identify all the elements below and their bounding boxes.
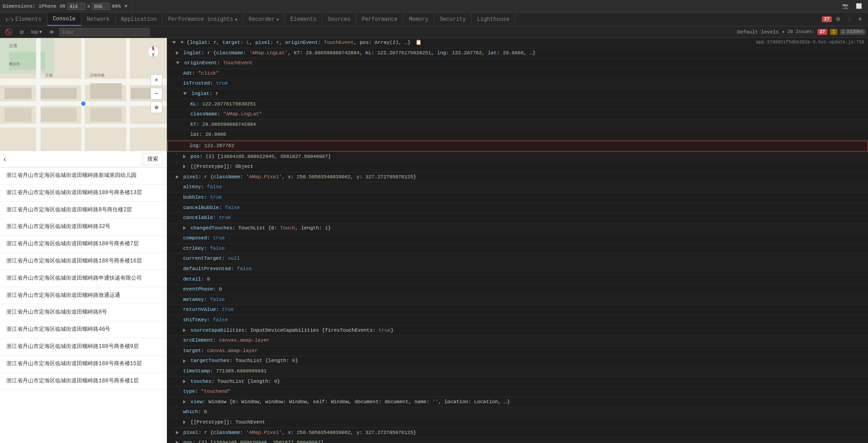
location-list: 浙江省丹山市定海区临城街道田螺峙路新城第四幼儿园 浙江省丹山市定海区临城街道田螺… — [0, 167, 167, 443]
location-item-4[interactable]: 浙江省丹山市定海区临城街道田螺峙路188号商务楼7层 — [0, 236, 167, 253]
main-content: 交通 奥尔市 正味市场 正城 N + − ⊕ ‹ 搜索 浙江省丹山市 — [0, 38, 868, 443]
top-right-tools: 27 ⚙ ⋮ ✕ — [822, 13, 868, 26]
issues-label: 28 Issues: — [788, 29, 815, 34]
console-line-34: touches: TouchList {length: 0} — [167, 377, 868, 387]
location-item-1[interactable]: 浙江省丹山市定海区临城街道田螺峙路188号商务楼13层 — [0, 185, 167, 202]
console-line-36-content: view: Window {0: Window, window: Window,… — [183, 398, 864, 406]
expand-icon-38[interactable] — [183, 420, 186, 424]
filter-toggle-btn[interactable]: ⊘ — [17, 28, 26, 36]
console-line-2: lnglat: r {className: 'AMap.LngLat', kT:… — [167, 48, 868, 59]
line-source-1[interactable]: app.37d0851f50bb302e-5.hot-update.js:759 — [756, 39, 864, 46]
more-btn[interactable]: ⋮ — [844, 15, 854, 23]
svg-rect-6 — [36, 38, 41, 151]
map-svg: 交通 奥尔市 正味市场 正城 N — [0, 38, 167, 151]
expand-icon-19[interactable] — [183, 226, 186, 230]
console-line-12: pos: (2) [13604105.809922945, 3501827.50… — [167, 152, 868, 162]
tab-performance-insights-label: Performance insights — [168, 16, 233, 23]
console-line-40-content: pos: (2) [13604105.809929948, 3501827.50… — [176, 439, 864, 443]
tab-network[interactable]: Network — [81, 13, 115, 26]
location-item-11[interactable]: 浙江省丹山市定海区临城街道田螺峙路188号商务楼15层 — [0, 356, 167, 373]
tab-console[interactable]: Console — [47, 13, 81, 26]
expand-icon-36[interactable] — [183, 400, 186, 404]
tab-performance-insights[interactable]: Performance insights ▲ — [163, 13, 243, 26]
svg-rect-10 — [41, 88, 77, 99]
expand-icon-29[interactable] — [183, 329, 186, 332]
svg-rect-7 — [81, 38, 85, 151]
location-item-2[interactable]: 浙江省丹山市定海区临城街道田螺峙路8号商住楼2层 — [0, 202, 167, 219]
search-button[interactable]: 搜索 — [142, 153, 163, 165]
expand-icon-40[interactable] — [176, 441, 179, 443]
console-line-22-content: currentTarget: null — [183, 255, 864, 263]
tab-application[interactable]: Application — [116, 13, 163, 26]
search-back-btn[interactable]: ‹ — [4, 155, 6, 163]
recorder-badge: ▲ — [277, 17, 279, 22]
location-item-6[interactable]: 浙江省丹山市定海区临城街道田螺峙路申通快递有限公司 — [0, 270, 167, 287]
location-item-10[interactable]: 浙江省丹山市定海区临城街道田螺峙路188号商务楼9层 — [0, 338, 167, 356]
tab-memory[interactable]: Memory — [403, 13, 434, 26]
console-line-15: altKey: false — [167, 182, 868, 193]
console-secondary-toolbar: 🚫 ⊘ top ▾ 👁 Default levels ▾ 28 Issues: … — [0, 26, 868, 38]
expand-icon-13[interactable] — [183, 165, 186, 168]
console-filter-input[interactable] — [59, 28, 150, 36]
location-item-7[interactable]: 浙江省丹山市定海区临城街道田螺峙路致通运通 — [0, 287, 167, 305]
tab-lighthouse-label: Lighthouse — [477, 16, 509, 23]
console-line-3: originEvent: TouchEvent — [167, 58, 868, 69]
zoom-dropdown-btn[interactable]: ▾ — [123, 2, 130, 10]
height-input[interactable] — [92, 3, 110, 10]
top-dropdown-icon: ▾ — [39, 29, 42, 34]
console-line-38-content: [[Prototype]]: TouchEvent — [183, 419, 864, 427]
close-devtools-btn[interactable]: ✕ — [856, 15, 864, 23]
location-item-12[interactable]: 浙江省丹山市定海区临城街道田螺峙路188号商务楼1层 — [0, 373, 167, 390]
width-input[interactable] — [67, 3, 85, 10]
copy-icon[interactable]: 📋 — [415, 40, 422, 45]
performance-insights-badge: ▲ — [235, 17, 237, 22]
expand-icon-14[interactable] — [176, 175, 179, 179]
default-levels-btn[interactable]: Default levels ▾ — [737, 29, 785, 35]
console-line-36: view: Window {0: Window, window: Window,… — [167, 397, 868, 408]
clear-console-btn[interactable]: 🚫 — [3, 28, 14, 36]
zoom-out-btn[interactable]: − — [151, 88, 162, 100]
console-line-38: [[Prototype]]: TouchEvent — [167, 418, 868, 428]
tab-network-label: Network — [87, 16, 109, 23]
settings-btn[interactable]: ⚙ — [834, 15, 843, 23]
expand-icon-32[interactable] — [183, 359, 186, 363]
expand-icon-2[interactable] — [176, 51, 179, 55]
console-line-30-content: srcElement: canvas.amap-layer — [183, 337, 864, 345]
console-line-27: returnValue: true — [167, 305, 868, 315]
tab-elements2[interactable]: Elements — [285, 13, 322, 26]
console-line-34-content: touches: TouchList {length: 0} — [183, 378, 864, 386]
location-item-9[interactable]: 浙江省丹山市定海区临城街道田螺峙路46号 — [0, 321, 167, 338]
search-input[interactable] — [9, 156, 140, 162]
expand-icon-6[interactable] — [183, 92, 187, 95]
console-line-8: className: "AMap.LngLat" — [167, 110, 868, 120]
top-context-btn[interactable]: top ▾ — [29, 28, 44, 36]
capture-screenshot-btn[interactable]: 📷 — [840, 2, 851, 10]
tab-security[interactable]: Security — [434, 13, 472, 26]
console-line-2-content: lnglat: r {className: 'AMap.LngLat', kT:… — [176, 49, 864, 57]
tab-elements[interactable]: ❮/❯ Elements — [0, 13, 47, 26]
expand-icon-12[interactable] — [183, 155, 186, 158]
expand-icon-3[interactable] — [176, 62, 179, 64]
location-item-3[interactable]: 浙江省丹山市定海区临城街道田螺峙路32号 — [0, 219, 167, 236]
elements-icon: ❮/❯ — [5, 17, 14, 22]
location-btn[interactable]: ⊕ — [151, 101, 162, 113]
location-item-8[interactable]: 浙江省丹山市定海区临城街道田螺峙路8号 — [0, 304, 167, 321]
tab-sources[interactable]: Sources — [322, 13, 356, 26]
console-toolbar-right: Default levels ▾ 28 Issues: 27 1 1 hidde… — [737, 29, 865, 35]
console-line-13: [[Prototype]]: Object — [167, 162, 868, 172]
expand-icon-39[interactable] — [176, 431, 179, 434]
tab-performance[interactable]: Performance — [356, 13, 403, 26]
tab-lighthouse[interactable]: Lighthouse — [472, 13, 515, 26]
console-line-1-content: ▼ {lnglat: r, target: L, pixel: r, origi… — [172, 39, 752, 47]
location-item-5[interactable]: 浙江省丹山市定海区临城街道田螺峙路188号商务楼16层 — [0, 253, 167, 270]
console-line-33: timeStamp: 771385.6999999881 — [167, 367, 868, 377]
location-item-0[interactable]: 浙江省丹山市定海区临城街道田螺峙路新城第四幼儿园 — [0, 167, 167, 185]
capture-fullpage-btn[interactable]: ⬜ — [854, 2, 864, 10]
console-line-26: metaKey: false — [167, 295, 868, 305]
console-line-25-content: eventPhase: 0 — [183, 286, 864, 294]
zoom-in-btn[interactable]: + — [151, 74, 162, 86]
eye-btn[interactable]: 👁 — [47, 29, 57, 36]
expand-icon-1[interactable] — [172, 41, 176, 44]
expand-icon-34[interactable] — [183, 380, 186, 383]
tab-recorder[interactable]: Recorder ▲ — [243, 13, 285, 26]
